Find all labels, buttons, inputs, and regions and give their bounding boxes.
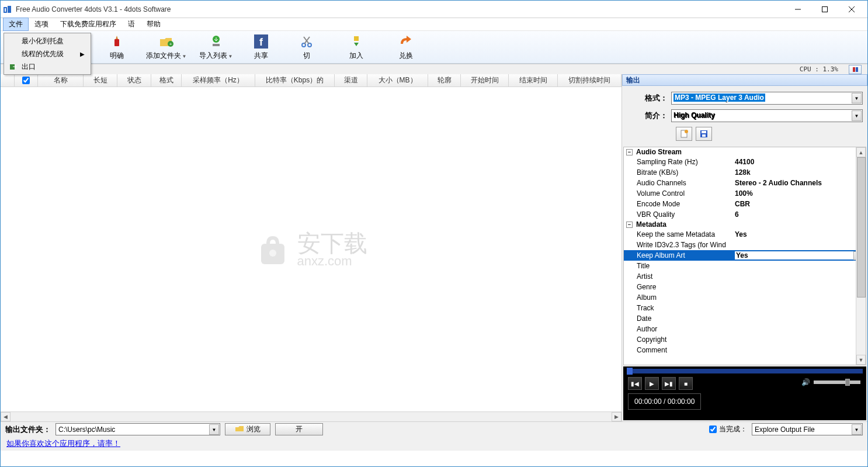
scroll-right-icon[interactable]: ▶ (612, 412, 622, 421)
menu-help[interactable]: 帮助 (141, 18, 166, 31)
svg-rect-20 (853, 67, 855, 72)
add-folder-button[interactable]: + 添加文件夹▼ (141, 32, 191, 63)
property-grid[interactable]: −Audio Stream Sampling Rate (Hz)44100 Bi… (623, 147, 866, 365)
prop-row: Artist (624, 271, 866, 282)
submenu-arrow-icon: ▶ (80, 51, 85, 57)
menu-item-exit[interactable]: 出口 (5, 60, 89, 73)
cut-button[interactable]: 切 (282, 32, 331, 63)
volume-thumb[interactable] (845, 379, 850, 386)
svg-rect-21 (856, 67, 858, 72)
col-start[interactable]: 开始时间 (461, 74, 509, 87)
clear-button[interactable]: 明确 (92, 32, 141, 63)
svg-point-25 (685, 130, 688, 133)
new-profile-button[interactable] (676, 127, 692, 141)
output-folder-combo[interactable]: C:\Users\pc\Music ▼ (55, 423, 220, 435)
prop-row: Copyright (624, 334, 866, 345)
dropdown-arrow-icon: ▼ (182, 54, 187, 59)
dropdown-arrow-icon: ▼ (852, 424, 862, 435)
prop-row: Comment (624, 345, 866, 355)
collapse-icon[interactable]: − (626, 149, 633, 155)
folder-icon (235, 424, 244, 434)
col-name[interactable]: 名称 (38, 74, 84, 87)
stop-button[interactable]: ■ (679, 377, 693, 390)
prop-row: Keep the same MetadataYes (624, 229, 866, 240)
when-done-combo[interactable]: Explore Output File ▼ (752, 423, 863, 435)
svg-rect-12 (213, 44, 220, 46)
profile-select[interactable]: High Quality (671, 109, 863, 122)
join-icon (348, 33, 364, 50)
svg-rect-28 (702, 134, 706, 137)
col-format[interactable]: 格式 (151, 74, 182, 87)
menu-item-minimize-to-tray[interactable]: 最小化到托盘 (5, 34, 89, 47)
volume-slider[interactable] (814, 380, 860, 384)
horizontal-scrollbar[interactable]: ◀ ▶ (1, 411, 622, 421)
when-done-checkbox[interactable]: 当完成： (709, 424, 747, 434)
prop-row: Title (624, 261, 866, 271)
facebook-icon: f (253, 33, 269, 50)
svg-rect-4 (822, 6, 828, 12)
select-all-checkbox[interactable] (22, 77, 30, 84)
dropdown-arrow-icon: ▼ (209, 424, 219, 435)
scroll-down-icon[interactable]: ▼ (856, 355, 866, 365)
col-status[interactable]: 状态 (117, 74, 151, 87)
open-button[interactable]: 开 (275, 423, 323, 435)
next-button[interactable]: ▶▮ (662, 377, 676, 390)
col-end[interactable]: 结束时间 (509, 74, 558, 87)
svg-rect-27 (702, 131, 706, 133)
scroll-left-icon[interactable]: ◀ (1, 412, 11, 421)
col-cut-duration[interactable]: 切割持续时间 (558, 74, 622, 87)
seek-bar[interactable] (627, 369, 863, 373)
rate-app-link[interactable]: 如果你喜欢这个应用程序，请率！ (6, 438, 120, 449)
table-body[interactable]: 安下载anxz.com (1, 87, 622, 411)
prop-row: Volume Control100% (624, 188, 866, 199)
file-list-pane: 名称 长短 状态 格式 采样频率（Hz） 比特率（Kbps）的 渠道 大小（MB… (1, 74, 622, 421)
toggle-panel-button[interactable] (849, 65, 862, 74)
prev-button[interactable]: ▮◀ (628, 377, 642, 390)
prop-row-selected[interactable]: Keep Album ArtYes▼ (624, 250, 866, 261)
col-channels[interactable]: 渠道 (335, 74, 367, 87)
prop-group-audio-stream[interactable]: −Audio Stream (624, 147, 866, 157)
import-list-icon (208, 33, 224, 50)
titlebar: Free Audio Converter 4dots V3.1 - 4dots … (1, 1, 867, 18)
window-title: Free Audio Converter 4dots V3.1 - 4dots … (16, 5, 784, 13)
svg-point-23 (269, 250, 276, 257)
volume-icon[interactable]: 🔊 (801, 378, 810, 386)
col-size[interactable]: 大小（MB） (367, 74, 428, 87)
play-button[interactable]: ▶ (645, 377, 659, 390)
prop-row: Write ID3v2.3 Tags (for Wind (624, 240, 866, 250)
join-button[interactable]: 加入 (331, 32, 381, 63)
prop-row: Genre (624, 282, 866, 292)
prop-row: Date (624, 313, 866, 324)
browse-button[interactable]: 浏览 (225, 423, 270, 435)
menu-lang[interactable]: 语 (122, 18, 141, 31)
format-select[interactable]: MP3 - MPEG Layer 3 Audio (671, 92, 863, 105)
share-button[interactable]: f 共享 (241, 32, 282, 63)
svg-rect-1 (8, 6, 11, 13)
maximize-button[interactable] (811, 1, 838, 18)
import-list-button[interactable]: 导入列表▼ (191, 32, 241, 63)
col-length[interactable]: 长短 (84, 74, 117, 87)
seek-thumb[interactable] (627, 368, 633, 375)
collapse-icon[interactable]: − (626, 222, 633, 228)
col-profile[interactable]: 轮廓 (428, 74, 461, 87)
menu-file[interactable]: 文件 (3, 18, 29, 31)
scroll-thumb[interactable] (857, 157, 866, 298)
menu-download[interactable]: 下载免费应用程序 (54, 18, 122, 31)
watermark: 安下载anxz.com (255, 231, 367, 268)
vertical-scrollbar[interactable]: ▲ ▼ (856, 147, 866, 365)
save-profile-button[interactable] (696, 127, 712, 141)
convert-button[interactable]: 兑换 (381, 32, 430, 63)
output-header: 输出 (622, 74, 867, 86)
minimize-button[interactable] (784, 1, 811, 18)
col-samplerate[interactable]: 采样频率（Hz） (182, 74, 255, 87)
menu-options[interactable]: 选项 (29, 18, 54, 31)
prop-group-metadata[interactable]: −Metadata (624, 220, 866, 229)
scroll-up-icon[interactable]: ▲ (856, 147, 866, 157)
prop-row: Audio ChannelsStereo - 2 Audio Channels (624, 178, 866, 188)
audio-player: ▮◀ ▶ ▶▮ ■ 00:00:00 / 00:00:00 🔊 (623, 366, 866, 420)
format-label: 格式： (627, 93, 671, 103)
prop-row: Author (624, 324, 866, 334)
close-button[interactable] (838, 1, 865, 18)
menu-item-thread-priority[interactable]: 线程的优先级▶ (5, 47, 89, 60)
col-bitrate[interactable]: 比特率（Kbps）的 (255, 74, 335, 87)
